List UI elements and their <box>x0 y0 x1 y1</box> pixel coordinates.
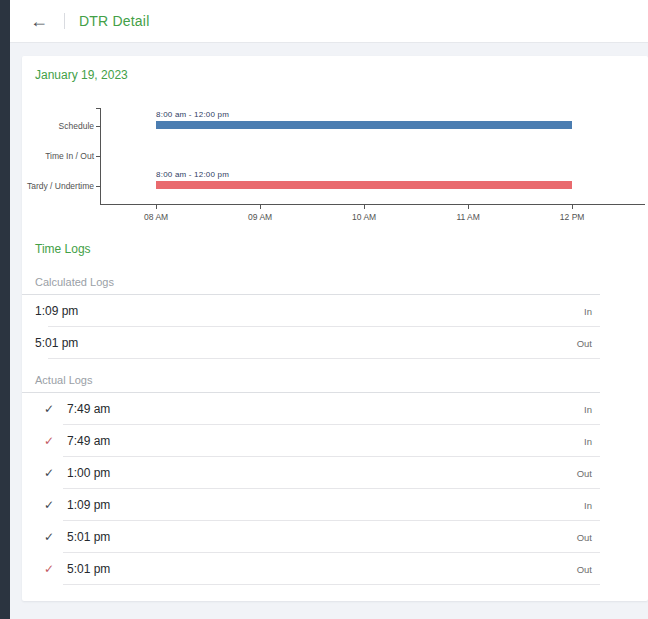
chart-category-label: Schedule <box>22 121 94 131</box>
log-row: ✓ 7:49 am In <box>22 393 600 425</box>
x-tick-label: 10 AM <box>352 212 376 222</box>
log-row: ✓ 5:01 pm Out <box>22 553 600 585</box>
top-bar: ← DTR Detail <box>10 0 648 43</box>
log-direction: In <box>584 500 592 511</box>
back-button[interactable]: ← <box>26 10 52 32</box>
log-time: 1:09 pm <box>67 498 110 512</box>
log-time: 5:01 pm <box>67 562 110 576</box>
log-section-rows: ✓ 7:49 am In ✓ 7:49 am In ✓ 1:00 pm Out … <box>22 393 600 585</box>
x-tick <box>468 205 469 209</box>
page-title: DTR Detail <box>79 13 149 29</box>
log-row: 5:01 pm Out <box>22 327 600 359</box>
y-tick <box>96 156 100 157</box>
x-tick <box>364 205 365 209</box>
x-tick-label: 09 AM <box>248 212 272 222</box>
log-direction: Out <box>577 564 592 575</box>
log-section-title: Actual Logs <box>22 368 600 393</box>
y-axis-end-tick <box>96 108 100 109</box>
chart-plot-area: 08 AM09 AM10 AM11 AM12 PM8:00 am - 12:00… <box>100 108 645 205</box>
log-row: ✓ 1:09 pm In <box>22 489 600 521</box>
check-icon: ✓ <box>42 466 56 480</box>
timeline-bar-label: 8:00 am - 12:00 pm <box>156 110 229 119</box>
check-icon: ✓ <box>42 562 56 576</box>
x-tick <box>260 205 261 209</box>
timeline-bar <box>156 181 572 189</box>
log-row: 1:09 pm In <box>22 295 600 327</box>
timeline-bar-label: 8:00 am - 12:00 pm <box>156 170 229 179</box>
chart-category-label: Tardy / Undertime <box>22 181 94 191</box>
x-tick-label: 08 AM <box>144 212 168 222</box>
log-time: 1:09 pm <box>35 304 78 318</box>
log-time: 5:01 pm <box>35 336 78 350</box>
log-row: ✓ 5:01 pm Out <box>22 521 600 553</box>
check-icon: ✓ <box>42 498 56 512</box>
log-time: 7:49 am <box>67 402 110 416</box>
log-row: ✓ 1:00 pm Out <box>22 457 600 489</box>
x-tick-label: 12 PM <box>560 212 585 222</box>
check-icon: ✓ <box>42 530 56 544</box>
y-tick <box>96 126 100 127</box>
log-direction: Out <box>577 338 592 349</box>
log-section-rows: 1:09 pm In 5:01 pm Out <box>22 295 600 359</box>
log-direction: Out <box>577 532 592 543</box>
timeline-bar <box>156 121 572 129</box>
y-tick <box>96 186 100 187</box>
schedule-timeline-chart: 08 AM09 AM10 AM11 AM12 PM8:00 am - 12:00… <box>22 56 648 236</box>
row-divider <box>48 358 600 359</box>
log-row: ✓ 7:49 am In <box>22 425 600 457</box>
time-logs-heading: Time Logs <box>35 242 91 256</box>
titlebar-divider <box>64 13 65 29</box>
log-section: Actual Logs ✓ 7:49 am In ✓ 7:49 am In ✓ … <box>22 368 600 585</box>
check-icon: ✓ <box>42 434 56 448</box>
check-icon: ✓ <box>42 402 56 416</box>
time-logs-list: Calculated Logs 1:09 pm In 5:01 pm Out A… <box>22 270 600 585</box>
log-time: 7:49 am <box>67 434 110 448</box>
chart-category-label: Time In / Out <box>22 151 94 161</box>
x-tick <box>572 205 573 209</box>
row-divider <box>63 584 600 585</box>
log-direction: In <box>584 306 592 317</box>
x-tick <box>156 205 157 209</box>
log-time: 1:00 pm <box>67 466 110 480</box>
left-sidebar <box>0 0 10 619</box>
log-direction: In <box>584 404 592 415</box>
log-direction: In <box>584 436 592 447</box>
log-direction: Out <box>577 468 592 479</box>
x-tick-label: 11 AM <box>456 212 479 222</box>
log-section: Calculated Logs 1:09 pm In 5:01 pm Out <box>22 270 600 359</box>
log-section-title: Calculated Logs <box>22 270 600 295</box>
log-time: 5:01 pm <box>67 530 110 544</box>
dtr-card: January 19, 2023 08 AM09 AM10 AM11 AM12 … <box>22 56 648 601</box>
